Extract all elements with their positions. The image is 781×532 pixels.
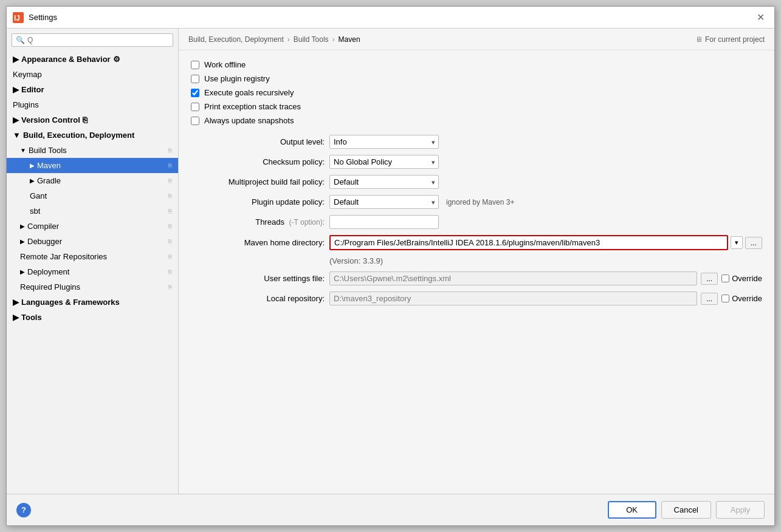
search-input[interactable]: [27, 36, 169, 44]
sidebar-item-gant[interactable]: Gant ⎘: [7, 188, 178, 203]
sidebar: 🔍 ▶ Appearance & Behavior ⚙ Keymap ▶ Edi…: [7, 29, 179, 494]
sidebar-item-remote-jar[interactable]: Remote Jar Repositories ⎘: [7, 249, 178, 264]
always-update-checkbox[interactable]: [191, 117, 199, 125]
apply-button[interactable]: Apply: [716, 501, 765, 519]
maven-home-input[interactable]: [329, 235, 728, 250]
sidebar-item-gradle[interactable]: ▶ Gradle ⎘: [7, 173, 178, 188]
threads-sublabel: (-T option):: [289, 218, 325, 227]
expand-arrow: ▶: [13, 313, 19, 322]
plugin-update-select[interactable]: Default Force Update Suppress Update Do …: [329, 195, 439, 209]
copy-icon: ⎘: [168, 253, 172, 260]
main-content: Build, Execution, Deployment › Build Too…: [179, 29, 774, 494]
sidebar-item-appearance[interactable]: ▶ Appearance & Behavior ⚙: [7, 52, 178, 67]
user-settings-override-label: Override: [732, 274, 762, 283]
sidebar-item-maven[interactable]: ▶ Maven ⎘: [7, 158, 178, 173]
form-section: Output level: Info Error Warning Debug: [191, 135, 762, 305]
use-plugin-registry-checkbox[interactable]: [191, 75, 199, 83]
copy-icon: ⎘: [168, 268, 172, 275]
sidebar-item-keymap[interactable]: Keymap: [7, 67, 178, 82]
sidebar-item-languages[interactable]: ▶ Languages & Frameworks: [7, 295, 178, 310]
plugin-update-dropdown-wrap: Default Force Update Suppress Update Do …: [329, 195, 439, 209]
local-repo-override-checkbox[interactable]: [721, 295, 729, 302]
title-bar-left: IJ Settings: [13, 12, 57, 23]
local-repo-label: Local repository:: [191, 294, 325, 303]
threads-row: Threads (-T option):: [191, 215, 762, 229]
print-exception-label: Print exception stack traces: [204, 102, 301, 111]
execute-goals-checkbox[interactable]: [191, 89, 199, 97]
expand-arrow: ▶: [20, 238, 25, 245]
copy-icon: ⎘: [168, 162, 172, 169]
local-repo-browse-btn[interactable]: ...: [701, 293, 718, 305]
output-level-dropdown-wrap: Info Error Warning Debug: [329, 135, 439, 149]
sidebar-item-label: Required Plugins: [20, 282, 80, 292]
sidebar-item-label: Version Control: [21, 115, 80, 124]
print-exception-row: Print exception stack traces: [191, 102, 762, 111]
expand-arrow: ▼: [13, 131, 21, 140]
multiproject-fail-row: Multiproject build fail policy: Default …: [191, 175, 762, 189]
sidebar-item-label: Keymap: [13, 70, 42, 79]
copy-icon: ⎘: [168, 208, 172, 214]
sidebar-item-editor[interactable]: ▶ Editor: [7, 82, 178, 97]
sidebar-item-build-execution[interactable]: ▼ Build, Execution, Deployment: [7, 128, 178, 143]
user-settings-override-checkbox[interactable]: [721, 275, 729, 282]
sidebar-item-required-plugins[interactable]: Required Plugins ⎘: [7, 279, 178, 295]
sidebar-item-plugins[interactable]: Plugins: [7, 97, 178, 112]
output-level-row: Output level: Info Error Warning Debug: [191, 135, 762, 149]
close-button[interactable]: ✕: [753, 12, 768, 24]
output-level-control: Info Error Warning Debug: [329, 135, 762, 149]
sidebar-item-deployment[interactable]: ▶ Deployment ⎘: [7, 264, 178, 279]
copy-icon: ⎘: [168, 193, 172, 199]
settings-dialog: IJ Settings ✕ 🔍 ▶ Appearance & Behavior …: [6, 6, 775, 526]
copy-icon: ⎘: [168, 177, 172, 184]
maven-home-wrap: ▾ ...: [329, 235, 762, 250]
expand-arrow: ▼: [20, 147, 26, 154]
user-settings-browse-btn[interactable]: ...: [701, 273, 718, 285]
help-button[interactable]: ?: [16, 503, 31, 517]
breadcrumb-part-2[interactable]: Build Tools: [294, 35, 329, 44]
output-level-select[interactable]: Info Error Warning Debug: [329, 135, 439, 149]
use-plugin-registry-label: Use plugin registry: [204, 74, 270, 83]
sidebar-item-sbt[interactable]: sbt ⎘: [7, 203, 178, 219]
project-icon: 🖥: [695, 35, 703, 44]
local-repo-input[interactable]: [329, 292, 697, 305]
multiproject-fail-dropdown-wrap: Default Fail at End Never Fail Fail Fast: [329, 175, 439, 189]
checksum-policy-control: No Global Policy Warn Fail: [329, 155, 762, 169]
copy-icon: ⎘: [168, 147, 172, 154]
sidebar-item-build-tools[interactable]: ▼ Build Tools ⎘: [7, 143, 178, 158]
sidebar-item-label: Appearance & Behavior: [21, 55, 111, 64]
sidebar-item-version-control[interactable]: ▶ Version Control ⎘: [7, 112, 178, 128]
sidebar-item-label: Compiler: [27, 222, 59, 231]
breadcrumb-sep-1: ›: [287, 35, 290, 44]
maven-home-dropdown-btn[interactable]: ▾: [731, 236, 743, 249]
dialog-title: Settings: [29, 13, 57, 22]
work-offline-checkbox[interactable]: [191, 61, 199, 69]
ok-button[interactable]: OK: [608, 501, 656, 519]
search-icon: 🔍: [16, 36, 25, 44]
copy-icon: ⎘: [168, 284, 172, 290]
multiproject-fail-select[interactable]: Default Fail at End Never Fail Fail Fast: [329, 175, 439, 189]
maven-home-browse-btn[interactable]: ...: [745, 237, 762, 249]
copy-icon: ⎘: [168, 238, 172, 245]
maven-home-row: Maven home directory: ▾ ...: [191, 235, 762, 250]
output-level-label: Output level:: [191, 137, 325, 146]
sidebar-item-tools[interactable]: ▶ Tools: [7, 310, 178, 325]
checksum-policy-select[interactable]: No Global Policy Warn Fail: [329, 155, 439, 169]
threads-control: [329, 215, 762, 229]
sidebar-item-label: Plugins: [13, 100, 39, 109]
cancel-button[interactable]: Cancel: [661, 501, 711, 519]
sidebar-item-debugger[interactable]: ▶ Debugger ⎘: [7, 234, 178, 249]
threads-input[interactable]: [329, 215, 439, 229]
footer-right: OK Cancel Apply: [608, 501, 765, 519]
work-offline-row: Work offline: [191, 60, 762, 69]
maven-version: (Version: 3.3.9): [329, 256, 762, 265]
print-exception-checkbox[interactable]: [191, 103, 199, 111]
expand-arrow: ▶: [20, 268, 25, 275]
sidebar-item-label: Gradle: [37, 176, 61, 185]
dialog-footer: ? OK Cancel Apply: [7, 494, 774, 525]
sidebar-item-compiler[interactable]: ▶ Compiler ⎘: [7, 219, 178, 234]
breadcrumb-part-3: Maven: [339, 35, 360, 44]
breadcrumb-part-1[interactable]: Build, Execution, Deployment: [188, 35, 284, 44]
local-repo-control: ... Override: [329, 292, 762, 305]
execute-goals-row: Execute goals recursively: [191, 88, 762, 97]
user-settings-input[interactable]: [329, 271, 697, 285]
